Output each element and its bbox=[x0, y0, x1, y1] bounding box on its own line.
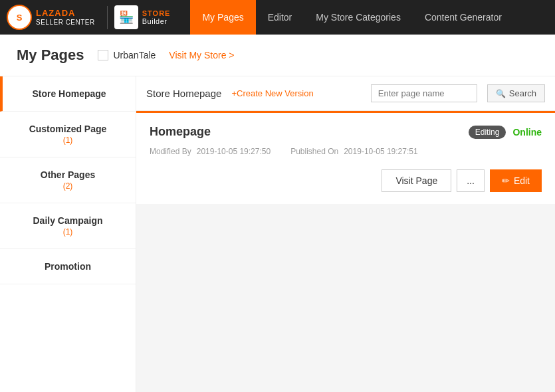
logo-area: S LAZADA SELLER CENTER 🏪 STORE Builder bbox=[7, 5, 170, 30]
sidebar-item-count: (1) bbox=[10, 136, 126, 145]
sidebar-item-customized-page[interactable]: Customized Page (1) bbox=[0, 112, 136, 157]
sidebar-item-daily-campaign[interactable]: Daily Campaign (1) bbox=[0, 203, 136, 249]
lazada-logo-icon: S bbox=[7, 5, 32, 30]
edit-icon: ✏ bbox=[502, 175, 510, 186]
top-navigation: S LAZADA SELLER CENTER 🏪 STORE Builder M… bbox=[0, 0, 555, 35]
lazada-logo-letter: S bbox=[17, 13, 23, 23]
search-button-label: Search bbox=[509, 88, 536, 98]
sidebar-item-count: (2) bbox=[10, 181, 126, 191]
page-card-meta: Modified By 2019-10-05 19:27:50 Publishe… bbox=[150, 147, 542, 156]
store-builder-logo: 🏪 STORE Builder bbox=[114, 5, 171, 29]
page-name-input[interactable] bbox=[371, 84, 477, 102]
store-text-block: STORE Builder bbox=[142, 9, 171, 25]
sidebar-item-label: Customized Page bbox=[10, 124, 126, 134]
published-value: 2019-10-05 19:27:51 bbox=[344, 147, 417, 156]
editing-badge: Editing bbox=[469, 126, 506, 139]
sidebar-item-other-pages[interactable]: Other Pages (2) bbox=[0, 157, 136, 203]
more-options-button[interactable]: ... bbox=[457, 169, 485, 192]
sidebar-item-label: Promotion bbox=[10, 261, 126, 272]
store-checkbox[interactable] bbox=[98, 50, 108, 60]
page-card-header: Homepage Editing Online bbox=[150, 125, 542, 139]
published-label: Published On bbox=[290, 147, 338, 156]
nav-item-store-categories[interactable]: My Store Categories bbox=[304, 0, 413, 35]
search-icon: 🔍 bbox=[496, 89, 506, 98]
lazada-logo: S LAZADA SELLER CENTER bbox=[7, 5, 95, 30]
modified-label: Modified By bbox=[150, 147, 191, 156]
sidebar-item-count: (1) bbox=[10, 227, 126, 237]
store-label-top: STORE bbox=[142, 9, 171, 17]
nav-item-editor[interactable]: Editor bbox=[256, 0, 304, 35]
lazada-text-block: LAZADA SELLER CENTER bbox=[36, 9, 95, 25]
logo-divider bbox=[107, 6, 108, 29]
content-area: Store Homepage +Create New Version 🔍 Sea… bbox=[136, 76, 555, 392]
published-on-meta: Published On 2019-10-05 19:27:51 bbox=[290, 147, 417, 156]
online-badge: Online bbox=[512, 127, 542, 138]
modified-by-meta: Modified By 2019-10-05 19:27:50 bbox=[150, 147, 271, 156]
main-layout: Store Homepage Customized Page (1) Other… bbox=[0, 76, 555, 392]
page-card-actions: Visit Page ... ✏ Edit bbox=[150, 169, 542, 192]
store-name: UrbanTale bbox=[114, 50, 156, 60]
lazada-name: LAZADA bbox=[36, 9, 95, 18]
sidebar-item-label: Store Homepage bbox=[13, 88, 126, 99]
nav-items: My Pages Editor My Store Categories Cont… bbox=[190, 0, 513, 35]
visit-page-button[interactable]: Visit Page bbox=[382, 169, 451, 192]
sidebar-item-label: Daily Campaign bbox=[10, 215, 126, 226]
page-card: Homepage Editing Online Modified By 2019… bbox=[136, 111, 555, 204]
search-button[interactable]: 🔍 Search bbox=[487, 84, 545, 102]
sidebar: Store Homepage Customized Page (1) Other… bbox=[0, 76, 136, 392]
create-new-version-link[interactable]: +Create New Version bbox=[231, 88, 360, 98]
sidebar-item-promotion[interactable]: Promotion bbox=[0, 249, 136, 284]
page-header: My Pages UrbanTale Visit My Store > bbox=[0, 35, 555, 76]
edit-button-label: Edit bbox=[514, 175, 530, 186]
store-icon: 🏪 bbox=[114, 5, 138, 29]
store-selector: UrbanTale Visit My Store > bbox=[98, 50, 235, 60]
seller-center-label: SELLER CENTER bbox=[36, 19, 95, 26]
content-top-bar: Store Homepage +Create New Version 🔍 Sea… bbox=[136, 76, 555, 111]
store-label-bottom: Builder bbox=[142, 17, 171, 25]
sidebar-item-label: Other Pages bbox=[10, 169, 126, 180]
modified-value: 2019-10-05 19:27:50 bbox=[197, 147, 271, 156]
page-card-title: Homepage bbox=[150, 125, 469, 139]
content-section-title: Store Homepage bbox=[146, 88, 221, 99]
page-title: My Pages bbox=[17, 47, 84, 64]
nav-item-my-pages[interactable]: My Pages bbox=[190, 0, 255, 35]
visit-store-link[interactable]: Visit My Store > bbox=[169, 50, 234, 60]
edit-button[interactable]: ✏ Edit bbox=[490, 169, 542, 192]
sidebar-item-store-homepage[interactable]: Store Homepage bbox=[0, 76, 136, 112]
nav-item-content-generator[interactable]: Content Generator bbox=[413, 0, 514, 35]
